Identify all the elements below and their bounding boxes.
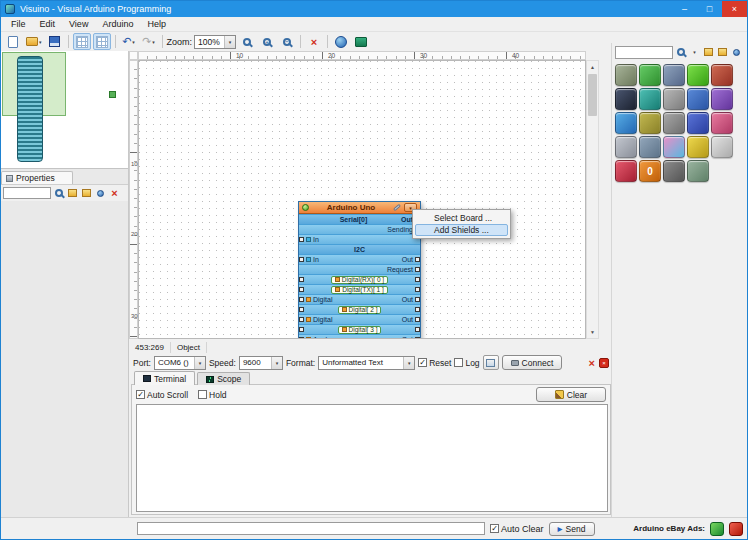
channel-tag[interactable]: Digital(RX)[ 0 ] (331, 276, 388, 284)
tab-terminal[interactable]: Terminal (134, 371, 195, 385)
palette-icon-2[interactable] (639, 64, 661, 86)
output-pin[interactable] (415, 267, 420, 272)
scroll-up-icon[interactable] (587, 61, 598, 73)
palette-pin-button[interactable] (730, 45, 743, 59)
menu-item-select-board[interactable]: Select Board ... (415, 212, 508, 224)
port-select[interactable]: COM6 () (154, 356, 206, 370)
project-thumbnail-area[interactable] (1, 51, 128, 169)
palette-icon-6[interactable] (615, 88, 637, 110)
minimize-button[interactable]: – (672, 1, 697, 17)
speed-dropdown-arrow[interactable] (271, 357, 282, 369)
channel-tag[interactable]: Digital[ 2 ] (338, 306, 382, 314)
input-pin[interactable] (299, 337, 304, 340)
zoom-out-button[interactable]: − (278, 33, 296, 50)
output-pin[interactable] (415, 277, 420, 282)
new-project-button[interactable] (4, 33, 22, 50)
palette-icon-4[interactable] (687, 64, 709, 86)
channel-tag[interactable]: Digital(TX)[ 1 ] (331, 286, 388, 294)
zoom-fit-button[interactable] (238, 33, 256, 50)
input-pin[interactable] (299, 257, 304, 262)
palette-icon-21[interactable] (615, 160, 637, 182)
stop-button[interactable] (599, 358, 609, 368)
palette-icon-12[interactable] (639, 112, 661, 134)
palette-icon-3[interactable] (663, 64, 685, 86)
palette-icon-18[interactable] (663, 136, 685, 158)
log-checkbox[interactable]: Log (454, 358, 479, 368)
input-pin[interactable] (299, 277, 304, 282)
palette-icon-15[interactable] (711, 112, 733, 134)
input-pin[interactable] (299, 297, 304, 302)
property-search-button[interactable] (52, 186, 65, 200)
format-dropdown-arrow[interactable] (403, 357, 414, 369)
menu-arduino[interactable]: Arduino (95, 18, 140, 30)
palette-icon-1[interactable] (615, 64, 637, 86)
palette-filter-button[interactable] (688, 45, 701, 59)
menu-item-add-shields[interactable]: Add Shields ... (415, 224, 508, 236)
open-project-button[interactable] (24, 33, 44, 50)
palette-icon-19[interactable] (687, 136, 709, 158)
web-link-button[interactable] (332, 33, 350, 50)
output-pin[interactable] (415, 297, 420, 302)
output-pin[interactable] (415, 337, 420, 340)
palette-icon-11[interactable] (615, 112, 637, 134)
checkbox-checked-icon[interactable] (490, 524, 499, 533)
zoom-select[interactable]: 100% (194, 35, 236, 49)
palette-icon-9[interactable] (687, 88, 709, 110)
checkbox-unchecked-icon[interactable] (454, 358, 463, 367)
palette-search-input[interactable] (615, 46, 673, 59)
menu-view[interactable]: View (62, 18, 95, 30)
output-pin[interactable] (415, 327, 420, 332)
palette-icon-22[interactable]: 0 (639, 160, 661, 182)
redo-button[interactable] (140, 33, 158, 50)
connect-button[interactable]: Connect (502, 355, 563, 370)
disconnect-button[interactable] (589, 357, 595, 369)
save-project-button[interactable] (46, 33, 64, 50)
output-pin[interactable] (415, 307, 420, 312)
palette-collapse-button[interactable] (716, 45, 729, 59)
palette-icon-13[interactable] (663, 112, 685, 134)
menu-file[interactable]: File (4, 18, 33, 30)
input-pin[interactable] (299, 317, 304, 322)
send-button[interactable]: Send (549, 522, 595, 536)
palette-icon-20[interactable] (711, 136, 733, 158)
arduino-board-button[interactable] (352, 33, 370, 50)
palette-search-button[interactable] (674, 45, 687, 59)
design-canvas[interactable]: Arduino Uno Serial[0] Out Sending In (138, 60, 586, 339)
checkbox-checked-icon[interactable] (418, 358, 427, 367)
palette-icon-5[interactable] (711, 64, 733, 86)
ebay-ad-icon-1[interactable] (710, 522, 724, 536)
auto-clear-checkbox[interactable]: Auto Clear (490, 524, 544, 534)
checkbox-unchecked-icon[interactable] (198, 390, 207, 399)
input-pin[interactable] (299, 327, 304, 332)
format-select[interactable]: Unformatted Text (318, 356, 415, 370)
checkbox-checked-icon[interactable] (136, 390, 145, 399)
palette-icon-14[interactable] (687, 112, 709, 134)
send-input[interactable] (137, 522, 485, 535)
zoom-in-button[interactable]: + (258, 33, 276, 50)
palette-icon-10[interactable] (711, 88, 733, 110)
palette-icon-23[interactable] (663, 160, 685, 182)
zoom-dropdown-arrow[interactable] (224, 36, 235, 48)
input-pin[interactable] (299, 307, 304, 312)
canvas-vertical-scrollbar[interactable] (586, 60, 599, 339)
log-file-button[interactable] (483, 355, 499, 370)
pin-properties-button[interactable] (94, 186, 107, 200)
palette-icon-8[interactable] (663, 88, 685, 110)
scrollbar-thumb[interactable] (588, 74, 597, 116)
expand-all-button[interactable] (66, 186, 79, 200)
input-pin[interactable] (299, 237, 304, 242)
toggle-grid-button[interactable] (73, 33, 91, 50)
speed-select[interactable]: 9600 (239, 356, 283, 370)
hold-checkbox[interactable]: Hold (198, 390, 226, 400)
arduino-uno-component[interactable]: Arduino Uno Serial[0] Out Sending In (298, 201, 421, 339)
property-filter-input[interactable] (3, 187, 51, 199)
tab-properties[interactable]: Properties (1, 171, 73, 184)
clear-button[interactable]: Clear (536, 387, 606, 402)
port-dropdown-arrow[interactable] (194, 357, 205, 369)
output-pin[interactable] (415, 257, 420, 262)
maximize-button[interactable]: □ (697, 1, 722, 17)
clear-properties-button[interactable] (108, 186, 121, 200)
output-pin[interactable] (415, 287, 420, 292)
collapse-all-button[interactable] (80, 186, 93, 200)
undo-button[interactable] (120, 33, 138, 50)
